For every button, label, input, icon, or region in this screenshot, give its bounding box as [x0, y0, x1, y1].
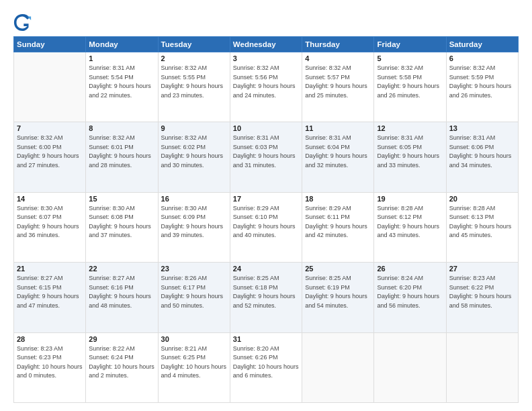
- calendar-cell: 12Sunrise: 8:31 AMSunset: 6:05 PMDayligh…: [374, 122, 446, 192]
- day-number: 21: [17, 265, 83, 273]
- calendar-page: SundayMondayTuesdayWednesdayThursdayFrid…: [0, 0, 532, 411]
- day-info: Sunrise: 8:31 AMSunset: 6:06 PMDaylight:…: [449, 134, 515, 170]
- day-info: Sunrise: 8:32 AMSunset: 6:00 PMDaylight:…: [17, 134, 83, 170]
- calendar-cell: 1Sunrise: 8:31 AMSunset: 5:54 PMDaylight…: [86, 52, 158, 122]
- calendar-cell: 5Sunrise: 8:32 AMSunset: 5:58 PMDaylight…: [374, 52, 446, 122]
- weekday-header-row: SundayMondayTuesdayWednesdayThursdayFrid…: [14, 37, 519, 52]
- day-number: 3: [233, 54, 299, 62]
- calendar-cell: 2Sunrise: 8:32 AMSunset: 5:55 PMDaylight…: [158, 52, 230, 122]
- calendar-cell: 13Sunrise: 8:31 AMSunset: 6:06 PMDayligh…: [446, 122, 518, 192]
- calendar-week-row: 14Sunrise: 8:30 AMSunset: 6:07 PMDayligh…: [14, 192, 519, 262]
- day-info: Sunrise: 8:32 AMSunset: 6:02 PMDaylight:…: [161, 134, 227, 170]
- day-number: 30: [161, 335, 227, 343]
- day-number: 16: [161, 195, 227, 203]
- calendar-week-row: 1Sunrise: 8:31 AMSunset: 5:54 PMDaylight…: [14, 52, 519, 122]
- weekday-header-monday: Monday: [86, 37, 158, 52]
- day-number: 6: [449, 54, 515, 62]
- logo: [13, 13, 35, 32]
- calendar-cell: 18Sunrise: 8:29 AMSunset: 6:11 PMDayligh…: [302, 192, 374, 262]
- day-info: Sunrise: 8:24 AMSunset: 6:20 PMDaylight:…: [377, 274, 443, 310]
- day-info: Sunrise: 8:32 AMSunset: 6:01 PMDaylight:…: [89, 134, 154, 170]
- day-info: Sunrise: 8:22 AMSunset: 6:24 PMDaylight:…: [89, 345, 154, 381]
- day-info: Sunrise: 8:27 AMSunset: 6:15 PMDaylight:…: [17, 274, 83, 310]
- calendar-cell: 3Sunrise: 8:32 AMSunset: 5:56 PMDaylight…: [230, 52, 302, 122]
- calendar-cell: 20Sunrise: 8:28 AMSunset: 6:13 PMDayligh…: [446, 192, 518, 262]
- day-info: Sunrise: 8:30 AMSunset: 6:07 PMDaylight:…: [17, 204, 83, 240]
- calendar-cell: 17Sunrise: 8:29 AMSunset: 6:10 PMDayligh…: [230, 192, 302, 262]
- calendar-cell: 31Sunrise: 8:20 AMSunset: 6:26 PMDayligh…: [230, 332, 302, 402]
- day-number: 1: [89, 54, 154, 62]
- calendar-cell: 9Sunrise: 8:32 AMSunset: 6:02 PMDaylight…: [158, 122, 230, 192]
- weekday-header-thursday: Thursday: [302, 37, 374, 52]
- calendar-cell: 19Sunrise: 8:28 AMSunset: 6:12 PMDayligh…: [374, 192, 446, 262]
- day-info: Sunrise: 8:28 AMSunset: 6:12 PMDaylight:…: [377, 204, 443, 240]
- day-number: 28: [17, 335, 83, 343]
- calendar-cell: 4Sunrise: 8:32 AMSunset: 5:57 PMDaylight…: [302, 52, 374, 122]
- calendar-cell: 24Sunrise: 8:25 AMSunset: 6:18 PMDayligh…: [230, 263, 302, 332]
- day-number: 4: [305, 54, 371, 62]
- weekday-header-wednesday: Wednesday: [230, 37, 302, 52]
- calendar-cell: 26Sunrise: 8:24 AMSunset: 6:20 PMDayligh…: [374, 263, 446, 332]
- day-info: Sunrise: 8:23 AMSunset: 6:23 PMDaylight:…: [17, 345, 83, 381]
- weekday-header-friday: Friday: [374, 37, 446, 52]
- calendar-cell: 6Sunrise: 8:32 AMSunset: 5:59 PMDaylight…: [446, 52, 518, 122]
- day-number: 22: [89, 265, 154, 273]
- logo-icon: [13, 13, 32, 32]
- day-info: Sunrise: 8:31 AMSunset: 6:03 PMDaylight:…: [233, 134, 299, 170]
- calendar-cell: 22Sunrise: 8:27 AMSunset: 6:16 PMDayligh…: [86, 263, 158, 332]
- day-number: 31: [233, 335, 299, 343]
- calendar-cell: 25Sunrise: 8:25 AMSunset: 6:19 PMDayligh…: [302, 263, 374, 332]
- day-number: 18: [305, 195, 371, 203]
- calendar-cell: [374, 332, 446, 402]
- day-info: Sunrise: 8:31 AMSunset: 6:04 PMDaylight:…: [305, 134, 371, 170]
- calendar-cell: 21Sunrise: 8:27 AMSunset: 6:15 PMDayligh…: [14, 263, 86, 332]
- calendar-cell: 10Sunrise: 8:31 AMSunset: 6:03 PMDayligh…: [230, 122, 302, 192]
- day-info: Sunrise: 8:30 AMSunset: 6:08 PMDaylight:…: [89, 204, 154, 240]
- day-number: 12: [377, 124, 443, 132]
- weekday-header-sunday: Sunday: [14, 37, 86, 52]
- day-number: 5: [377, 54, 443, 62]
- calendar-table: SundayMondayTuesdayWednesdayThursdayFrid…: [13, 36, 519, 403]
- day-info: Sunrise: 8:29 AMSunset: 6:11 PMDaylight:…: [305, 204, 371, 240]
- day-number: 20: [449, 195, 515, 203]
- day-info: Sunrise: 8:21 AMSunset: 6:25 PMDaylight:…: [161, 345, 227, 381]
- calendar-cell: [446, 332, 518, 402]
- day-number: 27: [449, 265, 515, 273]
- day-number: 2: [161, 54, 227, 62]
- day-number: 10: [233, 124, 299, 132]
- day-number: 15: [89, 195, 154, 203]
- day-number: 24: [233, 265, 299, 273]
- calendar-cell: 15Sunrise: 8:30 AMSunset: 6:08 PMDayligh…: [86, 192, 158, 262]
- calendar-week-row: 28Sunrise: 8:23 AMSunset: 6:23 PMDayligh…: [14, 332, 519, 402]
- day-info: Sunrise: 8:29 AMSunset: 6:10 PMDaylight:…: [233, 204, 299, 240]
- calendar-cell: 29Sunrise: 8:22 AMSunset: 6:24 PMDayligh…: [86, 332, 158, 402]
- day-info: Sunrise: 8:32 AMSunset: 5:58 PMDaylight:…: [377, 64, 443, 100]
- day-number: 29: [89, 335, 154, 343]
- day-info: Sunrise: 8:26 AMSunset: 6:17 PMDaylight:…: [161, 274, 227, 310]
- day-info: Sunrise: 8:32 AMSunset: 5:55 PMDaylight:…: [161, 64, 227, 100]
- day-number: 9: [161, 124, 227, 132]
- calendar-cell: 11Sunrise: 8:31 AMSunset: 6:04 PMDayligh…: [302, 122, 374, 192]
- day-number: 26: [377, 265, 443, 273]
- day-number: 25: [305, 265, 371, 273]
- calendar-cell: 30Sunrise: 8:21 AMSunset: 6:25 PMDayligh…: [158, 332, 230, 402]
- calendar-cell: 23Sunrise: 8:26 AMSunset: 6:17 PMDayligh…: [158, 263, 230, 332]
- calendar-cell: 7Sunrise: 8:32 AMSunset: 6:00 PMDaylight…: [14, 122, 86, 192]
- header: [13, 11, 519, 32]
- day-number: 14: [17, 195, 83, 203]
- day-number: 17: [233, 195, 299, 203]
- calendar-week-row: 21Sunrise: 8:27 AMSunset: 6:15 PMDayligh…: [14, 263, 519, 332]
- calendar-cell: 28Sunrise: 8:23 AMSunset: 6:23 PMDayligh…: [14, 332, 86, 402]
- day-info: Sunrise: 8:27 AMSunset: 6:16 PMDaylight:…: [89, 274, 154, 310]
- calendar-cell: [302, 332, 374, 402]
- day-number: 8: [89, 124, 154, 132]
- day-number: 13: [449, 124, 515, 132]
- day-info: Sunrise: 8:30 AMSunset: 6:09 PMDaylight:…: [161, 204, 227, 240]
- calendar-cell: 16Sunrise: 8:30 AMSunset: 6:09 PMDayligh…: [158, 192, 230, 262]
- day-info: Sunrise: 8:23 AMSunset: 6:22 PMDaylight:…: [449, 274, 515, 310]
- day-info: Sunrise: 8:31 AMSunset: 6:05 PMDaylight:…: [377, 134, 443, 170]
- calendar-cell: 27Sunrise: 8:23 AMSunset: 6:22 PMDayligh…: [446, 263, 518, 332]
- day-number: 23: [161, 265, 227, 273]
- day-info: Sunrise: 8:32 AMSunset: 5:57 PMDaylight:…: [305, 64, 371, 100]
- calendar-cell: 8Sunrise: 8:32 AMSunset: 6:01 PMDaylight…: [86, 122, 158, 192]
